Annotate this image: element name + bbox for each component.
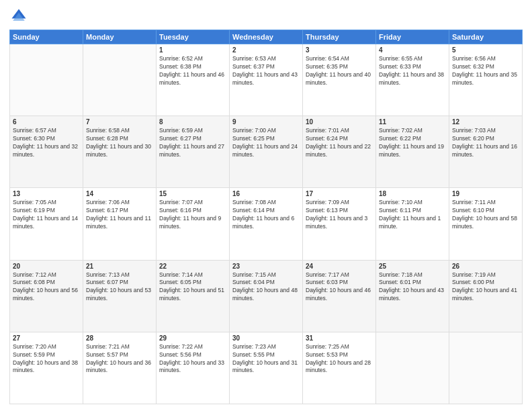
day-number: 5 xyxy=(452,46,519,54)
table-row: 30Sunrise: 7:23 AM Sunset: 5:55 PM Dayli… xyxy=(230,332,303,404)
day-info: Sunrise: 7:23 AM Sunset: 5:55 PM Dayligh… xyxy=(232,343,300,375)
day-number: 4 xyxy=(379,46,446,54)
calendar-table: Sunday Monday Tuesday Wednesday Thursday… xyxy=(9,30,523,404)
table-row: 9Sunrise: 7:00 AM Sunset: 6:25 PM Daylig… xyxy=(230,116,303,188)
table-row xyxy=(376,332,449,404)
day-number: 21 xyxy=(86,263,153,270)
table-row xyxy=(449,332,523,404)
page: Sunday Monday Tuesday Wednesday Thursday… xyxy=(0,0,532,411)
day-number: 13 xyxy=(13,190,80,197)
table-row: 31Sunrise: 7:25 AM Sunset: 5:53 PM Dayli… xyxy=(303,332,376,404)
table-row: 29Sunrise: 7:22 AM Sunset: 5:56 PM Dayli… xyxy=(157,332,230,404)
day-number: 6 xyxy=(13,118,80,126)
header xyxy=(9,7,523,26)
table-row: 16Sunrise: 7:08 AM Sunset: 6:14 PM Dayli… xyxy=(230,188,303,260)
col-monday: Monday xyxy=(83,30,157,44)
day-number: 20 xyxy=(13,263,80,270)
table-row: 28Sunrise: 7:21 AM Sunset: 5:57 PM Dayli… xyxy=(83,332,157,404)
table-row: 13Sunrise: 7:05 AM Sunset: 6:19 PM Dayli… xyxy=(10,188,83,260)
table-row: 25Sunrise: 7:18 AM Sunset: 6:01 PM Dayli… xyxy=(376,260,449,332)
day-info: Sunrise: 6:57 AM Sunset: 6:30 PM Dayligh… xyxy=(13,127,80,159)
day-number: 19 xyxy=(452,190,519,197)
day-info: Sunrise: 7:02 AM Sunset: 6:22 PM Dayligh… xyxy=(379,127,446,159)
day-number: 28 xyxy=(86,334,153,342)
table-row: 1Sunrise: 6:52 AM Sunset: 6:38 PM Daylig… xyxy=(157,44,230,116)
col-sunday: Sunday xyxy=(10,30,83,44)
logo-icon xyxy=(9,7,28,26)
day-info: Sunrise: 6:52 AM Sunset: 6:38 PM Dayligh… xyxy=(159,55,226,87)
calendar-week-row: 6Sunrise: 6:57 AM Sunset: 6:30 PM Daylig… xyxy=(10,116,523,188)
day-info: Sunrise: 6:54 AM Sunset: 6:35 PM Dayligh… xyxy=(306,55,373,87)
calendar-week-row: 13Sunrise: 7:05 AM Sunset: 6:19 PM Dayli… xyxy=(10,188,523,260)
table-row: 24Sunrise: 7:17 AM Sunset: 6:03 PM Dayli… xyxy=(303,260,376,332)
day-info: Sunrise: 7:08 AM Sunset: 6:14 PM Dayligh… xyxy=(232,199,300,231)
day-number: 24 xyxy=(306,263,373,270)
col-tuesday: Tuesday xyxy=(157,30,230,44)
day-number: 12 xyxy=(452,118,519,126)
logo xyxy=(9,7,30,26)
calendar-header-row: Sunday Monday Tuesday Wednesday Thursday… xyxy=(10,30,523,44)
day-info: Sunrise: 7:21 AM Sunset: 5:57 PM Dayligh… xyxy=(86,343,153,375)
day-number: 23 xyxy=(232,263,300,270)
day-number: 11 xyxy=(379,118,446,126)
table-row: 7Sunrise: 6:58 AM Sunset: 6:28 PM Daylig… xyxy=(83,116,157,188)
day-info: Sunrise: 6:55 AM Sunset: 6:33 PM Dayligh… xyxy=(379,55,446,87)
day-number: 26 xyxy=(452,263,519,270)
table-row: 22Sunrise: 7:14 AM Sunset: 6:05 PM Dayli… xyxy=(157,260,230,332)
day-info: Sunrise: 7:25 AM Sunset: 5:53 PM Dayligh… xyxy=(306,343,373,375)
day-info: Sunrise: 7:11 AM Sunset: 6:10 PM Dayligh… xyxy=(452,199,519,231)
day-info: Sunrise: 7:00 AM Sunset: 6:25 PM Dayligh… xyxy=(232,127,300,159)
day-number: 30 xyxy=(232,334,300,342)
calendar-week-row: 27Sunrise: 7:20 AM Sunset: 5:59 PM Dayli… xyxy=(10,332,523,404)
day-info: Sunrise: 7:13 AM Sunset: 6:07 PM Dayligh… xyxy=(86,271,153,304)
day-info: Sunrise: 6:59 AM Sunset: 6:27 PM Dayligh… xyxy=(159,127,226,159)
day-number: 27 xyxy=(13,334,80,342)
table-row xyxy=(10,44,83,116)
day-number: 1 xyxy=(159,46,226,54)
day-number: 8 xyxy=(159,118,226,126)
day-number: 3 xyxy=(306,46,373,54)
day-info: Sunrise: 7:14 AM Sunset: 6:05 PM Dayligh… xyxy=(159,271,226,304)
day-number: 18 xyxy=(379,190,446,197)
day-number: 31 xyxy=(306,334,373,342)
calendar-week-row: 20Sunrise: 7:12 AM Sunset: 6:08 PM Dayli… xyxy=(10,260,523,332)
table-row: 23Sunrise: 7:15 AM Sunset: 6:04 PM Dayli… xyxy=(230,260,303,332)
day-info: Sunrise: 7:15 AM Sunset: 6:04 PM Dayligh… xyxy=(232,271,300,304)
table-row xyxy=(83,44,157,116)
table-row: 8Sunrise: 6:59 AM Sunset: 6:27 PM Daylig… xyxy=(157,116,230,188)
table-row: 12Sunrise: 7:03 AM Sunset: 6:20 PM Dayli… xyxy=(449,116,523,188)
day-number: 15 xyxy=(159,190,226,197)
col-saturday: Saturday xyxy=(449,30,523,44)
day-info: Sunrise: 6:53 AM Sunset: 6:37 PM Dayligh… xyxy=(232,55,300,87)
table-row: 17Sunrise: 7:09 AM Sunset: 6:13 PM Dayli… xyxy=(303,188,376,260)
day-number: 9 xyxy=(232,118,300,126)
table-row: 18Sunrise: 7:10 AM Sunset: 6:11 PM Dayli… xyxy=(376,188,449,260)
day-info: Sunrise: 7:10 AM Sunset: 6:11 PM Dayligh… xyxy=(379,199,446,231)
day-info: Sunrise: 7:05 AM Sunset: 6:19 PM Dayligh… xyxy=(13,199,80,231)
col-friday: Friday xyxy=(376,30,449,44)
day-info: Sunrise: 7:17 AM Sunset: 6:03 PM Dayligh… xyxy=(306,271,373,304)
day-info: Sunrise: 7:03 AM Sunset: 6:20 PM Dayligh… xyxy=(452,127,519,159)
day-number: 25 xyxy=(379,263,446,270)
table-row: 4Sunrise: 6:55 AM Sunset: 6:33 PM Daylig… xyxy=(376,44,449,116)
col-wednesday: Wednesday xyxy=(230,30,303,44)
table-row: 2Sunrise: 6:53 AM Sunset: 6:37 PM Daylig… xyxy=(230,44,303,116)
calendar-week-row: 1Sunrise: 6:52 AM Sunset: 6:38 PM Daylig… xyxy=(10,44,523,116)
table-row: 26Sunrise: 7:19 AM Sunset: 6:00 PM Dayli… xyxy=(449,260,523,332)
day-info: Sunrise: 7:06 AM Sunset: 6:17 PM Dayligh… xyxy=(86,199,153,231)
table-row: 5Sunrise: 6:56 AM Sunset: 6:32 PM Daylig… xyxy=(449,44,523,116)
day-info: Sunrise: 7:07 AM Sunset: 6:16 PM Dayligh… xyxy=(159,199,226,231)
table-row: 11Sunrise: 7:02 AM Sunset: 6:22 PM Dayli… xyxy=(376,116,449,188)
table-row: 10Sunrise: 7:01 AM Sunset: 6:24 PM Dayli… xyxy=(303,116,376,188)
day-info: Sunrise: 7:20 AM Sunset: 5:59 PM Dayligh… xyxy=(13,343,80,375)
table-row: 21Sunrise: 7:13 AM Sunset: 6:07 PM Dayli… xyxy=(83,260,157,332)
day-number: 22 xyxy=(159,263,226,270)
day-number: 16 xyxy=(232,190,300,197)
day-info: Sunrise: 7:01 AM Sunset: 6:24 PM Dayligh… xyxy=(306,127,373,159)
day-info: Sunrise: 7:19 AM Sunset: 6:00 PM Dayligh… xyxy=(452,271,519,304)
day-number: 7 xyxy=(86,118,153,126)
day-number: 10 xyxy=(306,118,373,126)
day-number: 17 xyxy=(306,190,373,197)
day-number: 2 xyxy=(232,46,300,54)
day-number: 14 xyxy=(86,190,153,197)
